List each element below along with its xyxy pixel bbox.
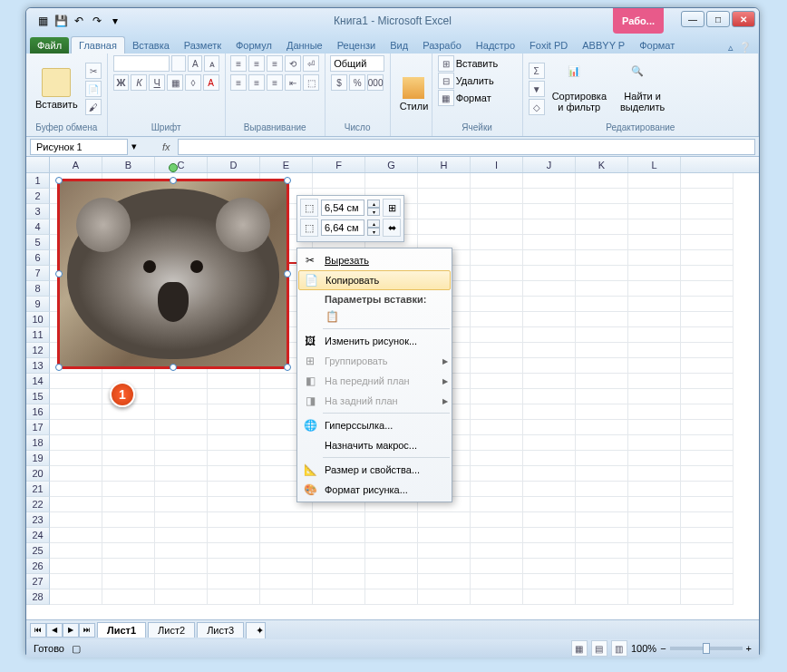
cell[interactable] <box>50 389 102 404</box>
sheet-nav-next[interactable]: ▶ <box>63 623 79 638</box>
tab-data[interactable]: Данные <box>279 37 330 54</box>
cell[interactable] <box>50 435 102 451</box>
cell[interactable] <box>576 327 628 343</box>
zoom-in-button[interactable]: + <box>746 643 752 654</box>
cell[interactable] <box>576 574 628 589</box>
cell[interactable] <box>208 528 260 543</box>
cell[interactable] <box>102 420 155 435</box>
cell[interactable] <box>576 204 628 219</box>
cell[interactable] <box>576 235 628 250</box>
cell[interactable] <box>50 589 102 605</box>
cell[interactable] <box>471 219 523 235</box>
cell[interactable] <box>155 512 208 528</box>
row-header[interactable]: 10 <box>26 312 50 327</box>
cell[interactable] <box>681 543 734 559</box>
cell[interactable] <box>50 574 102 589</box>
row-header[interactable]: 4 <box>26 219 50 235</box>
row-header[interactable]: 3 <box>26 204 50 219</box>
row-header[interactable]: 13 <box>26 358 50 374</box>
cell[interactable] <box>50 512 102 528</box>
cell[interactable] <box>681 204 734 219</box>
cells-format-button[interactable]: ▦Формат <box>438 90 517 106</box>
cell[interactable] <box>523 312 576 327</box>
cell[interactable] <box>523 389 576 404</box>
cell[interactable] <box>471 235 523 250</box>
cell[interactable] <box>102 404 155 420</box>
comma-icon[interactable]: 000 <box>367 74 384 91</box>
width-input[interactable]: 6,64 см <box>321 219 364 236</box>
cell[interactable] <box>628 389 681 404</box>
border-icon[interactable]: ▦ <box>167 74 183 91</box>
cell[interactable] <box>102 543 155 559</box>
grow-font-icon[interactable]: A <box>188 55 202 72</box>
width-spinner[interactable]: ▴▾ <box>367 219 380 236</box>
row-header[interactable]: 5 <box>26 235 50 250</box>
cell[interactable] <box>523 173 576 189</box>
cell[interactable] <box>576 404 628 420</box>
menu-paste-picture[interactable]: 📋 <box>297 307 452 326</box>
cell[interactable] <box>313 512 365 528</box>
shrink-font-icon[interactable]: ᴀ <box>204 55 219 72</box>
minimize-button[interactable]: — <box>681 11 704 27</box>
sheet-nav-first[interactable]: ⏮ <box>30 623 46 638</box>
cell[interactable] <box>471 497 523 512</box>
maximize-button[interactable]: □ <box>706 11 730 27</box>
cell[interactable] <box>155 451 208 466</box>
cell[interactable] <box>523 512 576 528</box>
cell[interactable] <box>681 404 734 420</box>
tab-review[interactable]: Рецензи <box>330 37 384 54</box>
cell[interactable] <box>576 297 628 312</box>
tab-file[interactable]: Файл <box>30 37 69 54</box>
col-I[interactable]: I <box>471 157 523 172</box>
cell[interactable] <box>471 358 523 374</box>
cell[interactable] <box>102 482 155 497</box>
save-icon[interactable]: 💾 <box>53 14 68 28</box>
currency-icon[interactable]: $ <box>331 74 347 91</box>
row-header[interactable]: 7 <box>26 266 50 281</box>
cell[interactable] <box>681 343 734 358</box>
cell[interactable] <box>523 343 576 358</box>
inserted-picture[interactable] <box>57 179 289 369</box>
cell[interactable] <box>628 250 681 266</box>
cell[interactable] <box>681 374 734 389</box>
cell[interactable] <box>471 528 523 543</box>
cell[interactable] <box>102 512 155 528</box>
cell[interactable] <box>681 327 734 343</box>
resize-handle[interactable] <box>55 270 63 278</box>
row-header[interactable]: 12 <box>26 343 50 358</box>
cell[interactable] <box>471 297 523 312</box>
cell[interactable] <box>365 512 418 528</box>
cell[interactable] <box>681 589 734 605</box>
merge-icon[interactable]: ⬚ <box>303 74 319 91</box>
cell[interactable] <box>576 497 628 512</box>
percent-icon[interactable]: % <box>349 74 365 91</box>
cell[interactable] <box>102 589 155 605</box>
cell[interactable] <box>155 374 208 389</box>
cell[interactable] <box>681 189 734 204</box>
cell[interactable] <box>208 404 260 420</box>
row-header[interactable]: 18 <box>26 435 50 451</box>
cell[interactable] <box>628 327 681 343</box>
cell[interactable] <box>102 435 155 451</box>
cell[interactable] <box>681 512 734 528</box>
cell[interactable] <box>628 466 681 482</box>
cell[interactable] <box>208 589 260 605</box>
tab-developer[interactable]: Разрабо <box>415 37 469 54</box>
align-bottom-icon[interactable]: ≡ <box>267 55 283 72</box>
formula-input[interactable] <box>178 139 755 155</box>
cell[interactable] <box>313 589 365 605</box>
tab-abbyy[interactable]: ABBYY P <box>575 37 632 54</box>
cell[interactable] <box>576 281 628 297</box>
cell[interactable] <box>365 528 418 543</box>
styles-button[interactable]: Стили <box>396 75 432 113</box>
cell[interactable] <box>208 512 260 528</box>
col-D[interactable]: D <box>208 157 260 172</box>
cell[interactable] <box>471 512 523 528</box>
cell[interactable] <box>50 482 102 497</box>
cell[interactable] <box>50 451 102 466</box>
cell[interactable] <box>50 466 102 482</box>
cell[interactable] <box>523 559 576 574</box>
copy-icon[interactable]: 📄 <box>85 81 102 97</box>
font-color-icon[interactable]: A <box>203 74 219 91</box>
cell[interactable] <box>523 466 576 482</box>
